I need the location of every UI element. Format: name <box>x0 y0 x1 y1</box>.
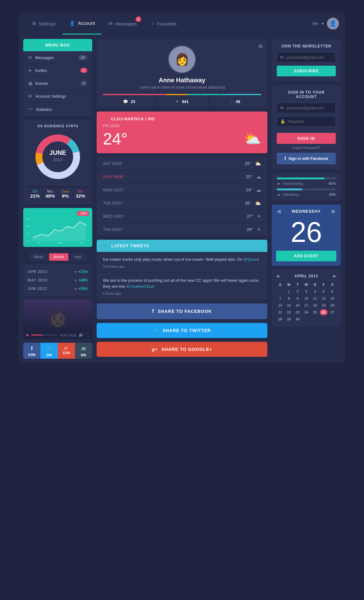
weather-icon-sun: ☁ <box>256 174 261 180</box>
cal-day-30[interactable]: 30 <box>293 316 302 322</box>
cal-day-28[interactable]: 28 <box>276 316 284 322</box>
video-thumbnail[interactable]: 👩 ▶ <box>23 300 92 331</box>
cal-day-4[interactable]: 4 <box>311 288 319 295</box>
cal-day-11[interactable]: 11 <box>311 295 319 302</box>
email-social[interactable]: ✉ 89k <box>75 343 92 359</box>
tab-settings[interactable]: ⚙ Settings <box>25 13 62 35</box>
cal-prev-button[interactable]: ◀ <box>277 208 281 214</box>
cal-day-16[interactable]: 16 <box>293 302 302 308</box>
twitter-social[interactable]: 🐦 30k <box>40 343 58 359</box>
cal-day-19[interactable]: 19 <box>320 302 328 308</box>
signin-password-field[interactable]: 🔒 <box>277 116 336 127</box>
menu-label-events: Events <box>35 81 48 86</box>
cal-day-9[interactable]: 9 <box>293 295 302 302</box>
cal-day-20[interactable]: 20 <box>328 302 336 308</box>
cal-day-number: 26 <box>272 218 341 251</box>
month-button[interactable]: Month <box>49 253 68 261</box>
cal-day-6[interactable]: 6 <box>328 288 336 295</box>
facebook-social[interactable]: f 248k <box>23 343 40 359</box>
tab-account[interactable]: 👤 Account <box>62 13 102 35</box>
left-column: MENU BOX ✉ Messages 24 ➤ Invites 3 ▦ Eve… <box>23 39 92 359</box>
cal-day-2[interactable]: 2 <box>293 288 302 295</box>
signin-button[interactable]: SIGN IN <box>277 133 336 144</box>
signin-password-input[interactable] <box>288 119 332 124</box>
email-count: 89k <box>76 353 91 357</box>
facebook-count: 248k <box>24 353 39 357</box>
cal-day-23[interactable]: 23 <box>293 309 302 315</box>
weather-temp-tue: 26° <box>245 201 251 205</box>
download-icon: ☁ <box>277 181 280 185</box>
cal-day-13[interactable]: 13 <box>328 295 336 302</box>
cal-day-26-today[interactable]: 26 <box>320 309 328 315</box>
weather-row-tue: TUE 02/07 26° ⛅ <box>97 197 267 210</box>
share-googleplus-button[interactable]: g+ SHARE TO GOOGLE+ <box>97 342 267 357</box>
weather-row-thu: THU 04/07 29° ☀ <box>97 223 267 236</box>
cal-day-25[interactable]: 25 <box>311 309 319 315</box>
cal-day-29[interactable]: 29 <box>285 316 293 322</box>
weather-temp-mon: 24° <box>246 188 252 192</box>
cal-day-18[interactable]: 18 <box>311 302 319 308</box>
facebook-signin-button[interactable]: f Sign in with Facebook <box>277 153 336 164</box>
menu-item-invites[interactable]: ➤ Invites 3 <box>23 64 92 77</box>
mini-cal-next[interactable]: ▶ <box>333 274 336 278</box>
nav-user[interactable]: Me ▾ 👤 <box>313 18 339 30</box>
cal-next-button[interactable]: ▶ <box>332 208 336 214</box>
add-event-button[interactable]: ADD EVENT <box>276 251 336 261</box>
cal-day-10[interactable]: 10 <box>302 295 310 302</box>
video-progress-bar[interactable] <box>31 335 57 335</box>
calendar-icon: ▦ <box>28 81 32 86</box>
cal-day-24[interactable]: 24 <box>302 309 310 315</box>
cal-day-17[interactable]: 17 <box>302 302 310 308</box>
settings-icon: ⚙ <box>28 94 32 99</box>
cal-day-12[interactable]: 12 <box>320 295 328 302</box>
share-facebook-button[interactable]: f SHARE TO FACEBOOK <box>97 303 267 319</box>
signin-title: SIGN IN TO YOUR ACCOUNT <box>277 90 336 99</box>
tweet-link-1[interactable]: #CreativeCloud <box>126 284 154 289</box>
cal-day-1[interactable]: 1 <box>285 288 293 295</box>
cal-day-7[interactable]: 7 <box>276 295 284 302</box>
weather-list: SAT 29/06 25° ⛅ SUN 30/06 22° ☁ MON 01/0… <box>97 157 267 236</box>
subscribe-button[interactable]: SUBSCRIBE <box>277 66 336 76</box>
mini-cal-prev[interactable]: ◀ <box>276 274 279 278</box>
cal-day-5[interactable]: 5 <box>320 288 328 295</box>
menu-item-events[interactable]: ▦ Events 5 <box>23 77 92 90</box>
svg-text:JUNE: JUNE <box>49 149 66 156</box>
os-linux: Linux 9% <box>58 187 73 200</box>
cal-day-27[interactable]: 27 <box>328 309 336 315</box>
year-button[interactable]: Year <box>70 253 86 261</box>
menu-item-statistics[interactable]: 〜 Statistics <box>23 103 92 116</box>
tweet-link-0[interactable]: @Quora <box>244 257 259 262</box>
cal-day-15[interactable]: 15 <box>285 302 293 308</box>
weather-icon-wed: ☀ <box>257 213 261 219</box>
cal-day-22[interactable]: 22 <box>285 309 293 315</box>
newsletter-email-input[interactable] <box>286 55 332 60</box>
add-icon[interactable]: ⊕ <box>258 43 263 50</box>
menu-item-account-settings[interactable]: ⚙ Account Settings <box>23 90 92 103</box>
social-links: f 248k 🐦 30k g+ 124k ✉ 89k <box>23 343 92 359</box>
googleplus-count: 124k <box>59 351 74 355</box>
week-button[interactable]: Week <box>29 253 48 261</box>
weather-location: 📍 CLUJ-NAPOCA / RO <box>103 117 261 121</box>
os-bars: iOS 21% Mac 48% Linux 9% Win 32% <box>28 186 88 200</box>
forgot-password-link[interactable]: Forgot Password? <box>277 146 336 150</box>
cal-day-14[interactable]: 14 <box>276 302 284 308</box>
signin-email-input[interactable] <box>286 106 332 110</box>
avatar[interactable]: 👤 <box>327 18 339 30</box>
play-icon[interactable]: ▶ <box>26 333 29 337</box>
signin-email-field[interactable]: ✉ <box>277 103 336 113</box>
cal-day-21[interactable]: 21 <box>276 309 284 315</box>
share-twitter-button[interactable]: 🐦 SHARE TO TWITTER <box>97 323 267 338</box>
tab-messages[interactable]: ✉ Messages 5 <box>102 13 143 35</box>
mail-icon: ✉ <box>280 55 284 60</box>
cal-header-f: F <box>320 281 328 288</box>
lock-icon: 🔒 <box>280 119 285 124</box>
cal-day-8[interactable]: 8 <box>285 295 293 302</box>
volume-icon[interactable]: 🔊 <box>79 333 83 337</box>
fullscreen-icon[interactable]: ⛶ <box>86 333 89 337</box>
cal-day-3[interactable]: 3 <box>302 288 310 295</box>
tab-favorites[interactable]: ☆ Favorites <box>144 13 184 35</box>
googleplus-social[interactable]: g+ 124k <box>58 343 75 359</box>
newsletter-email-field[interactable]: ✉ <box>277 52 336 63</box>
svg-text:10: 10 <box>27 232 29 235</box>
menu-item-messages[interactable]: ✉ Messages 24 <box>23 51 92 64</box>
